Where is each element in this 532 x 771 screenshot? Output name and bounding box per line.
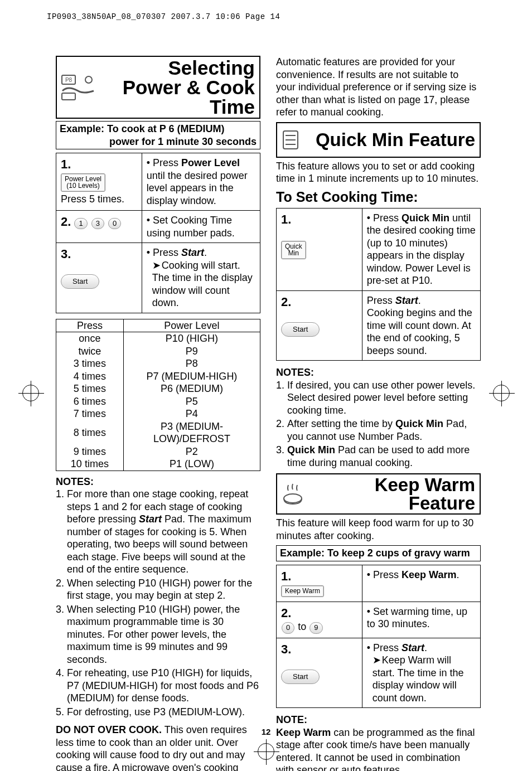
cell: P7 (MEDIUM-HIGH) [123, 370, 260, 383]
table-row: 2. Start Press Start. Cooking begins and… [277, 290, 481, 361]
cell: P8 [123, 357, 260, 370]
print-header: IP0903_38N50AP_08_070307 2007.3.7 10:06 … [47, 12, 280, 22]
step-text: Set Cooking Time using number pads. [147, 214, 255, 239]
step-text: Press Start. [367, 295, 421, 306]
cell: 5 times [56, 382, 124, 395]
quick-min-pad: Quick Min [281, 241, 306, 259]
section-title-text: Keep Warm Feature [309, 476, 475, 512]
list-item: For reheating, use P10 (HIGH) for liquid… [67, 667, 260, 705]
svg-text:P8: P8 [65, 77, 72, 83]
table-row: 2. 0 to 9 Set warming time, up to 30 min… [277, 602, 481, 638]
registration-mark [493, 385, 510, 401]
table-row: 1. Power Level (10 Levels) Press 5 times… [56, 153, 260, 211]
cell: P10 (HIGH) [123, 332, 260, 345]
notes-list: For more than one stage cooking, repeat … [56, 488, 260, 718]
cell: P3 (MEDIUM-LOW)/DEFROST [123, 420, 260, 445]
power-level-table: Press Power Level onceP10 (HIGH) twiceP9… [56, 319, 260, 471]
list-item: For defrosting, use P3 (MEDIUM-LOW). [67, 706, 260, 719]
step-number: 2. [281, 295, 291, 309]
table-row: 3. Start Press Start. Keep Warm will sta… [277, 638, 481, 708]
power-cook-icon: P8 [59, 72, 101, 103]
list-item: When selecting P10 (HIGH) power for the … [67, 577, 260, 602]
list-item: When selecting P10 (HIGH) power, the max… [67, 603, 260, 666]
section-title-text: Selecting Power & Cook Time [105, 58, 255, 117]
to-label: to [298, 621, 306, 632]
step-result: Cooking will start. The time in the disp… [152, 259, 255, 309]
section-title-text: Quick Min Feature [305, 130, 475, 149]
example-bar: Example: To keep 2 cups of gravy warm [276, 545, 481, 561]
svg-rect-3 [62, 93, 75, 100]
cell: 3 times [56, 357, 124, 370]
number-key-1: 1 [74, 218, 87, 229]
cell: P1 (LOW) [123, 458, 260, 471]
step-text: Press Start. [147, 246, 255, 259]
example-bar: Example: To cook at P 6 (MEDIUM) power f… [56, 121, 260, 149]
table-header: Power Level [123, 319, 260, 332]
step-text: Press Power Level until the desired powe… [147, 157, 255, 207]
cell: 7 times [56, 408, 124, 420]
svg-point-2 [85, 76, 92, 83]
step-text: Set warming time, up to 30 minutes. [367, 605, 476, 631]
section-title-quick-min: Quick Min Feature [276, 122, 481, 158]
quick-subhead: To Set Cooking Time: [276, 188, 481, 206]
step-number: 2. [61, 215, 71, 229]
notes-heading: NOTES: [276, 366, 481, 379]
example-text: Example: To keep 2 cups of gravy warm [280, 547, 470, 559]
left-column: P8 Selecting Power & Cook Time Example: … [56, 56, 260, 771]
step-number: 1. [61, 157, 71, 171]
list-item: After setting the time by Quick Min Pad,… [287, 418, 481, 443]
cell: 8 times [56, 420, 124, 445]
section-title-selecting-power: P8 Selecting Power & Cook Time [56, 56, 260, 119]
start-pad: Start [281, 670, 320, 684]
start-pad: Start [61, 274, 99, 289]
cell: 10 times [56, 458, 124, 471]
power-steps-table: 1. Power Level (10 Levels) Press 5 times… [56, 153, 260, 313]
number-key-0: 0 [282, 622, 294, 633]
cell: twice [56, 345, 124, 358]
step-number: 2. [281, 606, 291, 620]
cell: once [56, 332, 124, 345]
page-number: 12 [0, 727, 532, 738]
cell: P5 [123, 395, 260, 408]
step-text: Press Keep Warm. [367, 569, 476, 581]
section-title-keep-warm: Keep Warm Feature [276, 473, 481, 515]
cell: P6 (MEDIUM) [123, 382, 260, 395]
step-result: Cooking begins and the time will count d… [367, 307, 472, 356]
right-column: Automatic features are provided for your… [276, 56, 481, 771]
cell: 6 times [56, 395, 124, 408]
step-number: 3. [281, 642, 291, 656]
cell: P2 [123, 445, 260, 458]
step-number: 1. [281, 212, 291, 226]
list-item: If desired, you can use other power leve… [287, 379, 481, 417]
table-header: Press [56, 319, 124, 332]
power-level-pad: Power Level (10 Levels) [61, 173, 105, 192]
list-item: For more than one stage cooking, repeat … [67, 488, 260, 576]
example-line2: power for 1 minute 30 seconds [60, 135, 257, 148]
number-key-0: 0 [108, 218, 121, 229]
keepwarm-steps-table: 1. Keep Warm Press Keep Warm. 2. 0 to 9 … [276, 565, 481, 708]
keep-warm-icon [279, 478, 306, 510]
notes-list: If desired, you can use other power leve… [276, 379, 481, 469]
step-result: Keep Warm will start. The time in the di… [373, 654, 476, 704]
cell: 9 times [56, 445, 124, 458]
step-instruction: Press 5 times. [61, 193, 124, 205]
cell: P4 [123, 408, 260, 420]
start-pad: Start [281, 322, 320, 337]
example-line1: Example: To cook at P 6 (MEDIUM) [60, 123, 224, 134]
notes-heading: NOTES: [56, 476, 260, 488]
table-row: 1. Quick Min Press Quick Min until the d… [277, 208, 481, 290]
table-row: 1. Keep Warm Press Keep Warm. [277, 565, 481, 602]
list-item: Quick Min Pad can be used to add more ti… [287, 444, 481, 469]
table-row: 3. Start Press Start. Cooking will start… [56, 243, 260, 313]
cell: P9 [123, 345, 260, 358]
number-key-3: 3 [91, 218, 104, 229]
number-key-9: 9 [309, 622, 322, 633]
registration-mark [22, 385, 39, 401]
step-text: Press Quick Min until the desired cookin… [367, 212, 476, 287]
quick-steps-table: 1. Quick Min Press Quick Min until the d… [276, 208, 481, 361]
keepwarm-intro: This feature will keep food warm for up … [276, 517, 481, 542]
quick-min-icon [279, 124, 302, 156]
svg-point-5 [284, 494, 302, 503]
quick-intro: This feature allows you to set or add co… [276, 160, 481, 185]
step-number: 1. [281, 569, 291, 583]
